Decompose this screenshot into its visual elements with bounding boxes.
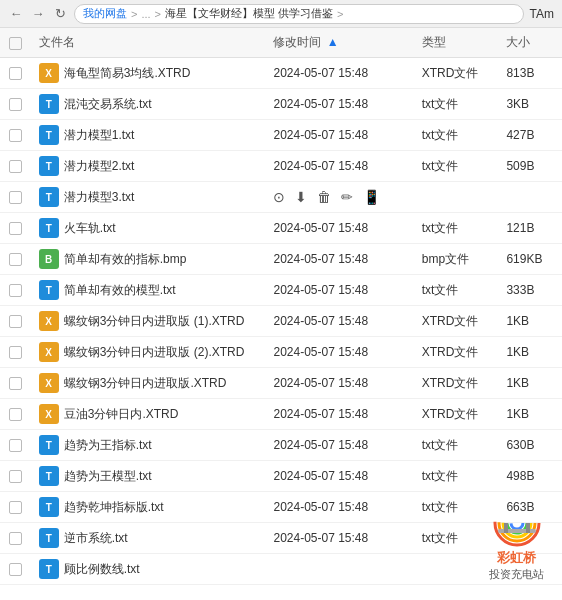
row-name-cell[interactable]: T潜力模型3.txt <box>31 182 266 213</box>
table-row: X螺纹钢3分钟日内进取版 (2).XTRD2024-05-07 15:48XTR… <box>0 337 562 368</box>
row-type: txt文件 <box>414 430 499 461</box>
row-type: txt文件 <box>414 89 499 120</box>
row-type: XTRD文件 <box>414 399 499 430</box>
row-type: txt文件 <box>414 523 499 554</box>
header-size[interactable]: 大小 <box>498 28 562 58</box>
row-checkbox-cell <box>0 461 31 492</box>
row-checkbox[interactable] <box>9 67 22 80</box>
file-name: 趋势为王模型.txt <box>64 468 152 485</box>
txt-icon: T <box>39 280 59 300</box>
table-row: X海龟型简易3均线.XTRD2024-05-07 15:48XTRD文件813B <box>0 58 562 89</box>
row-checkbox[interactable] <box>9 284 22 297</box>
watermark-sub: 投资充电站 <box>489 567 544 582</box>
row-checkbox[interactable] <box>9 315 22 328</box>
row-type: txt文件 <box>414 275 499 306</box>
row-time: 2024-05-07 15:48 <box>265 89 413 120</box>
row-name-cell[interactable]: T简单却有效的模型.txt <box>31 275 266 306</box>
row-type: XTRD文件 <box>414 306 499 337</box>
table-row: X螺纹钢3分钟日内进取版 (1).XTRD2024-05-07 15:48XTR… <box>0 306 562 337</box>
row-checkbox[interactable] <box>9 98 22 111</box>
header-checkbox[interactable] <box>0 28 31 58</box>
row-checkbox[interactable] <box>9 470 22 483</box>
row-name-cell[interactable]: T火车轨.txt <box>31 213 266 244</box>
share-icon[interactable]: ⊙ <box>273 189 285 205</box>
row-name-cell[interactable]: T趋势为王模型.txt <box>31 461 266 492</box>
row-size: 3KB <box>498 89 562 120</box>
row-name-cell[interactable]: T混沌交易系统.txt <box>31 89 266 120</box>
row-time: 2024-05-07 15:48 <box>265 213 413 244</box>
xtrd-icon: X <box>39 373 59 393</box>
txt-icon: T <box>39 466 59 486</box>
row-checkbox-cell <box>0 492 31 523</box>
row-name-cell[interactable]: X螺纹钢3分钟日内进取版 (1).XTRD <box>31 306 266 337</box>
row-time: 2024-05-07 15:48 <box>265 399 413 430</box>
txt-icon: T <box>39 125 59 145</box>
row-checkbox-cell <box>0 182 31 213</box>
watermark-logo: 彩虹桥 投资充电站 <box>489 493 544 582</box>
header-type[interactable]: 类型 <box>414 28 499 58</box>
delete-icon[interactable]: 🗑 <box>317 189 331 205</box>
row-name-cell[interactable]: T趋势乾坤指标版.txt <box>31 492 266 523</box>
row-name-cell[interactable]: X海龟型简易3均线.XTRD <box>31 58 266 89</box>
download-icon[interactable]: ⬇ <box>295 189 307 205</box>
row-checkbox-cell <box>0 306 31 337</box>
row-name-cell[interactable]: X螺纹钢3分钟日内进取版 (2).XTRD <box>31 337 266 368</box>
row-checkbox[interactable] <box>9 222 22 235</box>
rename-icon[interactable]: ✏ <box>341 189 353 205</box>
row-time: 2024-05-07 15:48 <box>265 337 413 368</box>
row-name-cell[interactable]: T潜力模型1.txt <box>31 120 266 151</box>
txt-icon: T <box>39 187 59 207</box>
xtrd-icon: X <box>39 63 59 83</box>
back-button[interactable]: ← <box>8 6 24 22</box>
breadcrumb-dots: ... <box>141 8 150 20</box>
row-time: 2024-05-07 15:48 <box>265 275 413 306</box>
row-checkbox[interactable] <box>9 191 22 204</box>
row-time: 2024-05-07 15:48 <box>265 492 413 523</box>
row-checkbox-cell <box>0 120 31 151</box>
header-name[interactable]: 文件名 <box>31 28 266 58</box>
row-name-cell[interactable]: B简单却有效的指标.bmp <box>31 244 266 275</box>
refresh-button[interactable]: ↻ <box>52 6 68 22</box>
row-checkbox[interactable] <box>9 439 22 452</box>
row-checkbox[interactable] <box>9 408 22 421</box>
txt-icon: T <box>39 528 59 548</box>
row-name-cell[interactable]: X螺纹钢3分钟日内进取版.XTRD <box>31 368 266 399</box>
row-checkbox-cell <box>0 523 31 554</box>
file-name: 潜力模型1.txt <box>64 127 135 144</box>
row-checkbox[interactable] <box>9 532 22 545</box>
row-time: 2024-05-07 15:48 <box>265 306 413 337</box>
breadcrumb-mydisk[interactable]: 我的网盘 <box>83 6 127 21</box>
row-checkbox-cell <box>0 89 31 120</box>
row-checkbox[interactable] <box>9 501 22 514</box>
row-name-cell[interactable]: T顾比例数线.txt <box>31 554 266 585</box>
table-row: T趋势为王模型.txt2024-05-07 15:48txt文件498B <box>0 461 562 492</box>
table-row: B简单却有效的指标.bmp2024-05-07 15:48bmp文件619KB <box>0 244 562 275</box>
row-name-cell[interactable]: X豆油3分钟日内.XTRD <box>31 399 266 430</box>
row-checkbox[interactable] <box>9 346 22 359</box>
row-checkbox[interactable] <box>9 129 22 142</box>
more-icon[interactable]: 📱 <box>363 189 380 205</box>
forward-button[interactable]: → <box>30 6 46 22</box>
row-checkbox[interactable] <box>9 563 22 576</box>
table-header-row: 文件名 修改时间 ▲ 类型 大小 <box>0 28 562 58</box>
row-checkbox-cell <box>0 213 31 244</box>
row-type: bmp文件 <box>414 244 499 275</box>
row-size: 1KB <box>498 306 562 337</box>
row-time: 2024-05-07 15:48 <box>265 523 413 554</box>
svg-rect-5 <box>498 529 536 533</box>
select-all-checkbox[interactable] <box>9 37 22 50</box>
tam-label: TAm <box>530 7 554 21</box>
row-checkbox[interactable] <box>9 160 22 173</box>
row-size: 1KB <box>498 337 562 368</box>
file-name: 豆油3分钟日内.XTRD <box>64 406 179 423</box>
table-row: T逆市系统.txt2024-05-07 15:48txt文件 <box>0 523 562 554</box>
header-time[interactable]: 修改时间 ▲ <box>265 28 413 58</box>
file-name: 潜力模型2.txt <box>64 158 135 175</box>
file-name: 逆市系统.txt <box>64 530 128 547</box>
row-name-cell[interactable]: T潜力模型2.txt <box>31 151 266 182</box>
row-name-cell[interactable]: T趋势为王指标.txt <box>31 430 266 461</box>
row-checkbox[interactable] <box>9 253 22 266</box>
row-checkbox[interactable] <box>9 377 22 390</box>
row-type: txt文件 <box>414 151 499 182</box>
row-name-cell[interactable]: T逆市系统.txt <box>31 523 266 554</box>
